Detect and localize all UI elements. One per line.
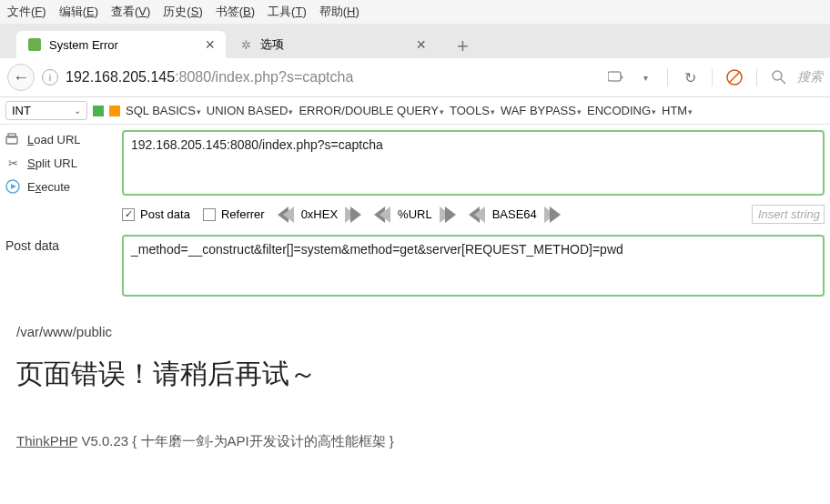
post-data-row: Post data [0, 231, 830, 306]
menu-bookmarks[interactable]: 书签(B) [216, 4, 255, 20]
insert-string-input[interactable]: Insert string [752, 205, 825, 224]
menu-html[interactable]: HTM [662, 104, 693, 117]
search-placeholder[interactable]: 搜索 [797, 69, 823, 86]
split-url-button[interactable]: ✂ Split URL [5, 156, 113, 170]
svg-line-5 [781, 79, 785, 84]
menu-waf-bypass[interactable]: WAF BYPASS [501, 104, 582, 117]
base64-button[interactable]: BASE64 [469, 207, 561, 223]
split-icon: ✂ [5, 156, 20, 170]
output-path: /var/www/public [16, 324, 814, 339]
gear-icon: ✲ [238, 37, 253, 52]
execute-label: Execute [27, 180, 70, 194]
execute-icon [5, 179, 20, 194]
hackbar-sidebar: Load URL ✂ Split URL Execute [5, 130, 113, 227]
hackbar-menu-row: INT ⌄ SQL BASICS UNION BASED ERROR/DOUBL… [0, 97, 830, 125]
post-data-label: Post data [5, 235, 113, 253]
base64-label: BASE64 [485, 207, 544, 221]
new-tab-button[interactable]: + [450, 35, 476, 58]
arrow-left-icon [380, 207, 390, 223]
close-icon[interactable]: × [205, 35, 215, 55]
hackbar-menus: SQL BASICS UNION BASED ERROR/DOUBLE QUER… [126, 104, 693, 117]
page-footer: ThinkPHP V5.0.23 { 十年磨一剑-为API开发设计的高性能框架 … [16, 433, 814, 450]
menu-history[interactable]: 历史(S) [163, 4, 202, 20]
split-url-label: Split URL [27, 156, 77, 170]
post-data-input[interactable] [122, 235, 825, 297]
page-icon [27, 37, 42, 52]
menu-edit[interactable]: 编辑(E) [59, 4, 98, 20]
referrer-label: Referrer [221, 207, 265, 221]
thinkphp-link[interactable]: ThinkPHP [16, 433, 77, 449]
int-label: INT [12, 104, 31, 117]
postdata-checkbox[interactable]: ✓ Post data [122, 207, 190, 221]
svg-marker-9 [11, 184, 16, 189]
separator [756, 68, 757, 86]
menu-sql-basics[interactable]: SQL BASICS [126, 104, 201, 117]
tab-title: 选项 [260, 36, 284, 53]
execute-button[interactable]: Execute [5, 179, 113, 194]
load-url-label: Load URL [27, 133, 81, 146]
menu-tools[interactable]: TOOLS [450, 104, 495, 117]
menu-bar: 文件(F) 编辑(E) 查看(V) 历史(S) 书签(B) 工具(T) 帮助(H… [0, 0, 830, 24]
chevron-down-icon: ⌄ [74, 106, 81, 116]
menu-help[interactable]: 帮助(H) [319, 4, 359, 20]
arrow-right-icon [350, 207, 361, 223]
hex-button[interactable]: 0xHEX [278, 207, 361, 223]
referrer-checkbox[interactable]: Referrer [203, 207, 265, 221]
arrow-right-icon [445, 207, 456, 223]
reader-icon[interactable] [605, 66, 627, 88]
checkbox-icon [203, 208, 216, 221]
back-button[interactable]: ← [7, 64, 35, 91]
svg-rect-0 [28, 38, 41, 51]
menu-tools[interactable]: 工具(T) [268, 4, 307, 20]
arrow-left-icon [474, 207, 485, 223]
arrow-right-icon [550, 207, 561, 223]
options-row: ✓ Post data Referrer 0xHEX %URL BASE64 [122, 201, 825, 227]
menu-view[interactable]: 查看(V) [111, 4, 150, 20]
noscript-icon[interactable] [724, 66, 745, 88]
error-title: 页面错误！请稍后再试～ [16, 356, 814, 393]
checkbox-checked-icon: ✓ [122, 208, 135, 221]
url-host: 192.168.205.145 [66, 69, 175, 85]
url-bar: ← i 192.168.205.145:8080/index.php?s=cap… [0, 58, 830, 97]
page-content: /var/www/public 页面错误！请稍后再试～ ThinkPHP V5.… [0, 322, 830, 452]
hackbar-body: Load URL ✂ Split URL Execute ✓ Post data… [0, 125, 830, 231]
menu-file[interactable]: 文件(F) [7, 4, 46, 20]
search-icon[interactable] [768, 66, 790, 88]
footer-version: V5.0.23 [81, 433, 128, 449]
url-button[interactable]: %URL [374, 207, 456, 223]
url-display[interactable]: 192.168.205.145:8080/index.php?s=captcha [66, 69, 598, 86]
hex-label: 0xHEX [294, 207, 345, 221]
reload-icon[interactable]: ↻ [679, 66, 701, 88]
menu-union-based[interactable]: UNION BASED [207, 104, 294, 117]
menu-error-query[interactable]: ERROR/DOUBLE QUERY [299, 104, 444, 117]
load-url-button[interactable]: Load URL [5, 132, 113, 146]
arrow-left-icon [283, 207, 294, 223]
url-path: /index.php?s=captcha [211, 69, 353, 85]
separator [712, 68, 713, 86]
load-icon [5, 132, 20, 146]
url-label: %URL [390, 207, 440, 221]
green-square-icon[interactable] [93, 106, 104, 116]
url-port: :8080 [175, 69, 211, 85]
dropdown-icon[interactable]: ▾ [634, 66, 656, 88]
svg-point-4 [773, 71, 782, 80]
orange-square-icon[interactable] [109, 106, 120, 116]
tab-title: System Error [49, 38, 118, 52]
svg-line-3 [729, 72, 740, 83]
separator [667, 68, 668, 86]
tab-system-error[interactable]: System Error × [16, 31, 226, 58]
close-icon[interactable]: × [416, 35, 426, 55]
menu-encoding[interactable]: ENCODING [587, 104, 656, 117]
site-info-icon[interactable]: i [42, 69, 58, 86]
tab-options[interactable]: ✲ 选项 × [228, 31, 437, 58]
url-input[interactable] [122, 130, 825, 196]
svg-rect-7 [8, 134, 15, 137]
tab-bar: System Error × ✲ 选项 × + [0, 24, 830, 58]
svg-rect-1 [608, 72, 621, 81]
postdata-label: Post data [140, 207, 190, 221]
hackbar-main: ✓ Post data Referrer 0xHEX %URL BASE64 [122, 130, 825, 227]
int-select[interactable]: INT ⌄ [5, 101, 87, 120]
footer-tagline: { 十年磨一剑-为API开发设计的高性能框架 } [132, 433, 394, 449]
